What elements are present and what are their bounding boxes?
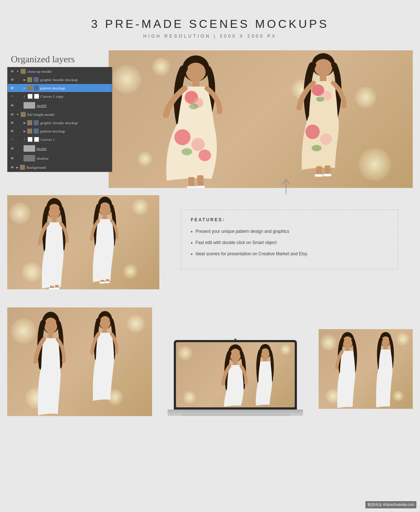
layer-visibility-icon[interactable]: 👁 [10,137,15,142]
watermark: 视觉传达 shijuechuanda.com [365,501,416,508]
layer-mask-icon [34,137,39,142]
svg-rect-53 [263,358,267,362]
svg-point-55 [343,336,353,348]
svg-rect-33 [54,288,59,289]
layers-panel-wrapper: Organized layers 👁 ▼ close-up model 👁 ▶ … [7,54,112,172]
main-mockup-scene [109,50,413,188]
layer-row[interactable]: 👁 model [8,144,112,154]
layer-visibility-icon[interactable]: 👁 [10,94,15,99]
bottom-section [0,289,420,423]
layer-img-icon [34,129,39,134]
layer-folder-icon [20,165,25,170]
layer-row[interactable]: 👁 model [8,101,112,110]
features-box: FEATURES: • Present your unique pattern … [181,210,398,269]
layer-img-icon [24,145,35,152]
layer-visibility-icon[interactable]: 👁 [10,77,15,82]
layer-row[interactable]: 👁 ▶ pattern mockup [8,127,112,135]
layer-row[interactable]: 👁 ▼ close-up model [8,67,112,76]
svg-rect-32 [49,288,54,289]
feature-text-2: Fast edit with double click on Smart obj… [196,239,277,247]
second-row: FEATURES: • Present your unique pattern … [0,195,420,289]
layer-mask-icon [34,94,39,99]
svg-point-7 [192,138,205,151]
svg-point-20 [306,125,320,139]
layer-row[interactable]: 👁 ▶ Background [8,163,112,172]
svg-rect-39 [100,282,105,284]
features-panel: FEATURES: • Present your unique pattern … [159,195,413,289]
svg-point-8 [181,148,192,155]
features-title: FEATURES: [191,217,388,222]
svg-point-5 [189,104,198,109]
layer-folder-icon [27,85,32,91]
layer-img-icon [24,102,35,109]
layer-img-icon [34,85,39,91]
svg-point-6 [175,129,190,145]
svg-rect-13 [196,186,205,188]
page-subtitle: HIGH RESOLUTION | 3000 X 2000 PX [0,34,420,39]
svg-rect-25 [315,174,323,177]
svg-rect-16 [320,75,327,82]
layer-visibility-icon[interactable]: 👁 [10,69,15,74]
top-section: Organized layers 👁 ▼ close-up model 👁 ▶ … [0,50,420,188]
organized-layers-label: Organized layers [7,54,112,65]
layer-img-icon [24,155,35,161]
svg-rect-29 [52,218,56,223]
feature-text-3: Ideal scenes for presentation on Creativ… [196,251,307,258]
layer-folder-icon [27,129,32,134]
svg-point-21 [320,133,332,145]
layer-curves-icon [28,94,33,99]
layer-folder-icon [27,120,32,125]
bottom-mockup-left [7,307,152,416]
layer-folder-icon [21,112,26,117]
layer-row[interactable]: 👁 ▶ graphic hoodie mockup [8,119,112,127]
small-mockup-scene [7,195,159,289]
svg-point-19 [316,97,324,102]
laptop-screen [176,342,295,407]
laptop-screen-outer [174,340,297,410]
layer-img-icon [34,77,39,82]
layer-row[interactable]: 👁 ƒ Curves 1 copy [8,92,112,101]
layer-visibility-icon[interactable]: 👁 [10,120,15,125]
layer-visibility-icon[interactable]: 👁 [10,165,15,170]
layer-curves-icon [28,137,33,142]
svg-point-46 [100,316,110,329]
svg-rect-40 [105,281,110,283]
layer-folder-icon [21,69,26,74]
layer-visibility-icon[interactable]: 👁 [10,146,15,151]
header: 3 PRE-MADE SCENES MOCKUPS HIGH RESOLUTIO… [0,0,420,50]
feature-item-1: • Present your unique pattern design and… [191,228,388,236]
layer-row-selected[interactable]: 👁 ▶ pattern mockup [8,84,112,92]
layer-visibility-icon[interactable]: 👁 [10,85,15,91]
svg-point-1 [186,63,206,81]
feature-item-3: • Ideal scenes for presentation on Creat… [191,251,388,258]
layer-row[interactable]: 👁 shadow [8,154,112,163]
svg-point-22 [312,145,322,151]
svg-rect-26 [323,174,331,176]
layers-panel: 👁 ▼ close-up model 👁 ▶ graphic hoodie mo… [7,67,112,172]
layer-row[interactable]: 👁 ▼ full length model [8,110,112,119]
feature-text-1: Present your unique pattern design and g… [196,228,289,236]
layer-row[interactable]: 👁 ƒ Curves 1 [8,135,112,144]
up-arrow-container [279,177,293,197]
layer-row[interactable]: 👁 ▶ graphic hoodie mockup [8,76,112,84]
svg-point-9 [198,150,211,161]
page-title: 3 PRE-MADE SCENES MOCKUPS [0,17,420,31]
svg-point-35 [99,202,111,215]
feature-item-2: • Fast edit with double click on Smart o… [191,239,388,247]
layer-folder-icon [27,77,32,82]
layer-visibility-icon[interactable]: 👁 [10,112,15,117]
svg-point-58 [381,336,390,347]
laptop-camera [234,339,236,341]
layer-visibility-icon[interactable]: 👁 [10,129,15,134]
bottom-mockup-right [319,329,413,409]
laptop-mockup [174,340,297,416]
svg-rect-47 [102,328,107,333]
svg-rect-2 [192,80,200,87]
layer-visibility-icon[interactable]: 👁 [10,156,15,161]
svg-point-28 [48,204,60,218]
svg-rect-12 [187,186,196,188]
layer-visibility-icon[interactable]: 👁 [10,103,15,108]
laptop-base [168,410,303,416]
laptop-area [156,300,315,416]
svg-point-52 [261,348,270,358]
